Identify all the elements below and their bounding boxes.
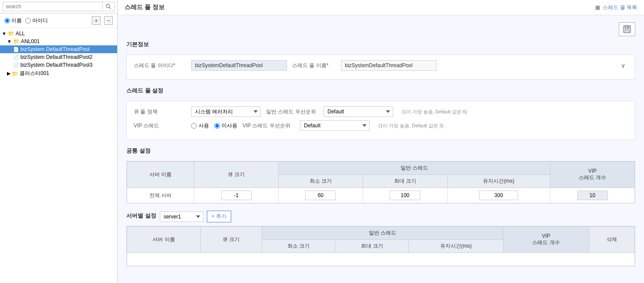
save-icon xyxy=(623,25,631,34)
queue-policy-row: 큐 풀 정책 시스템 에러처리 옵션2 옵션3 일반 스레드 우선순위 Defa… xyxy=(134,106,628,117)
td-queue xyxy=(194,188,279,203)
th-min: 최소 크기 xyxy=(278,175,363,188)
th-retain2: 유지시간(ms) xyxy=(409,240,503,253)
tree-area: ▼ 📁 ALL ▼ 📁 ANL001 📄 bizSystem DefaultTh… xyxy=(0,28,117,283)
tree-item-anl001[interactable]: ▼ 📁 ANL001 xyxy=(0,38,117,45)
td-vip xyxy=(550,188,635,203)
tree-item-cluster001[interactable]: ▶ 📁 클러스터001 xyxy=(0,69,117,78)
collapse-button[interactable]: ∨ xyxy=(618,61,628,70)
pool-id-input[interactable] xyxy=(191,60,287,71)
add-server-button[interactable]: + 추가 xyxy=(207,211,231,222)
th-retain: 유지시간(ms) xyxy=(447,175,550,188)
svg-point-0 xyxy=(106,4,110,8)
vip-thread-label: VIP 스레드 xyxy=(134,122,186,130)
page-header: 스레드 풀 정보 ▦ 스레드 풀 목록 xyxy=(118,0,644,15)
max-input[interactable] xyxy=(390,191,420,200)
vip-disable-radio[interactable]: 미사용 xyxy=(214,122,237,130)
pool-settings-group: 큐 풀 정책 시스템 에러처리 옵션2 옵션3 일반 스레드 우선순위 Defa… xyxy=(126,101,635,140)
page-title: 스레드 풀 정보 xyxy=(125,3,165,11)
table-row: 전체 서버 xyxy=(127,188,635,203)
list-icon: ▦ xyxy=(595,4,600,10)
filter-radio-row: 이름 아이디 + − xyxy=(0,14,117,28)
th-normal-thread: 일반 스레드 xyxy=(278,162,550,175)
table-row xyxy=(127,253,635,266)
common-settings-table-wrapper: 서버 이름 큐 크기 일반 스레드 VIP 스레드 개수 최소 크기 최대 크기… xyxy=(126,161,635,204)
common-settings-title: 공통 설정 xyxy=(126,147,635,157)
basic-info-title: 기본정보 xyxy=(126,41,635,50)
tree-item-biz2[interactable]: 📄 bizSystem DefaultThreadPool2 xyxy=(0,53,117,61)
search-icon xyxy=(105,3,111,10)
server-settings-table: 서버 이름 큐 크기 일반 스레드 VIP 스레드 개수 삭제 최소 크기 최대… xyxy=(127,226,635,266)
min-input[interactable] xyxy=(305,191,336,200)
normal-priority-select[interactable]: Default xyxy=(324,106,393,117)
expand-icon: ▶ xyxy=(7,71,10,76)
th-server2: 서버 이름 xyxy=(127,227,201,253)
queue-policy-label: 큐 풀 정책 xyxy=(134,108,186,116)
server-dropdown[interactable]: server1 server2 xyxy=(160,211,203,222)
td-server: 전체 서버 xyxy=(127,188,194,203)
svg-line-1 xyxy=(109,7,111,9)
basic-info-group: 스레드 풀 아이디* 스레드 풀 이름* ∨ xyxy=(126,55,635,80)
search-input[interactable] xyxy=(3,2,103,11)
radio-id[interactable]: 아이디 xyxy=(25,17,48,24)
vip-priority-label: VIP 스레드 우선순위 xyxy=(243,122,295,130)
pool-settings-title: 스레드 풀 설정 xyxy=(126,87,635,96)
search-button[interactable] xyxy=(103,2,115,11)
radio-name[interactable]: 이름 xyxy=(4,17,22,24)
content-area: 기본정보 스레드 풀 아이디* 스레드 풀 이름* ∨ 스레드 풀 설정 큐 풀… xyxy=(118,15,644,283)
th-delete: 삭제 xyxy=(589,227,634,253)
vip-radio-group: 사용 미사용 xyxy=(191,122,237,130)
tree-item-all[interactable]: ▼ 📁 ALL xyxy=(0,30,117,38)
queue-policy-select[interactable]: 시스템 에러처리 옵션2 옵션3 xyxy=(191,106,261,117)
expand-icon: ▼ xyxy=(7,39,12,44)
vip-thread-row: VIP 스레드 사용 미사용 VIP 스레드 우선순위 Default (1이 … xyxy=(134,120,628,131)
save-button[interactable] xyxy=(619,22,635,36)
td-retain xyxy=(447,188,550,203)
folder-icon: 📁 xyxy=(13,38,20,44)
svg-rect-4 xyxy=(625,30,629,33)
common-settings-table: 서버 이름 큐 크기 일반 스레드 VIP 스레드 개수 최소 크기 최대 크기… xyxy=(127,161,635,203)
server-setting-header: 서버별 설정 server1 server2 + 추가 xyxy=(126,211,635,222)
th-server: 서버 이름 xyxy=(127,162,194,188)
th-max: 최대 크기 xyxy=(363,175,447,188)
add-tree-button[interactable]: + xyxy=(92,16,101,25)
normal-priority-hint: (1이 가장 높음, Default 값은 6) xyxy=(402,109,467,115)
retain-input[interactable] xyxy=(479,191,518,200)
left-panel: 이름 아이디 + − ▼ 📁 ALL ▼ 📁 ANL001 📄 bizSyste… xyxy=(0,0,118,283)
pool-id-label: 스레드 풀 아이디* xyxy=(134,62,186,69)
svg-rect-5 xyxy=(626,26,627,28)
normal-priority-label: 일반 스레드 우선순위 xyxy=(266,108,318,116)
item-icon: 📄 xyxy=(13,62,19,68)
td-max xyxy=(363,188,447,203)
th-queue2: 큐 크기 xyxy=(200,227,262,253)
tree-item-biz1[interactable]: 📄 bizSystem DefaultThreadPool xyxy=(0,45,117,53)
vip-priority-select[interactable]: Default xyxy=(300,120,370,131)
list-link[interactable]: 스레드 풀 목록 xyxy=(603,4,637,11)
folder-icon: 📁 xyxy=(8,31,14,37)
pool-name-label: 스레드 풀 이름* xyxy=(292,62,336,69)
vip-priority-hint: (1이 가장 높음, Default 값은 3) xyxy=(378,123,444,129)
td-min xyxy=(278,188,363,203)
th-vip-thread: VIP 스레드 개수 xyxy=(550,162,635,188)
pool-name-input[interactable] xyxy=(341,60,437,71)
vip-enable-radio[interactable]: 사용 xyxy=(191,122,209,130)
item-icon: 📄 xyxy=(13,47,19,52)
queue-input[interactable] xyxy=(221,191,252,200)
th-min2: 최소 크기 xyxy=(262,240,335,253)
right-panel: 스레드 풀 정보 ▦ 스레드 풀 목록 기본정보 스레드 풀 아이디* xyxy=(118,0,644,283)
th-max2: 최대 크기 xyxy=(335,240,409,253)
th-queue: 큐 크기 xyxy=(194,162,279,188)
remove-tree-button[interactable]: − xyxy=(104,16,113,25)
svg-rect-3 xyxy=(625,26,629,28)
server-settings-table-wrapper: 서버 이름 큐 크기 일반 스레드 VIP 스레드 개수 삭제 최소 크기 최대… xyxy=(126,226,635,266)
th-vip2: VIP 스레드 개수 xyxy=(503,227,589,253)
item-icon: 📄 xyxy=(13,55,19,60)
vip-input[interactable] xyxy=(577,191,608,200)
pool-id-row: 스레드 풀 아이디* 스레드 풀 이름* ∨ xyxy=(134,60,628,71)
expand-icon: ▼ xyxy=(2,31,7,36)
th-normal2: 일반 스레드 xyxy=(262,227,503,240)
search-bar xyxy=(0,0,117,14)
server-settings-title: 서버별 설정 xyxy=(126,212,156,222)
folder-icon: 📁 xyxy=(12,71,18,77)
tree-item-biz3[interactable]: 📄 bizSystem DefaultThreadPool3 xyxy=(0,61,117,69)
